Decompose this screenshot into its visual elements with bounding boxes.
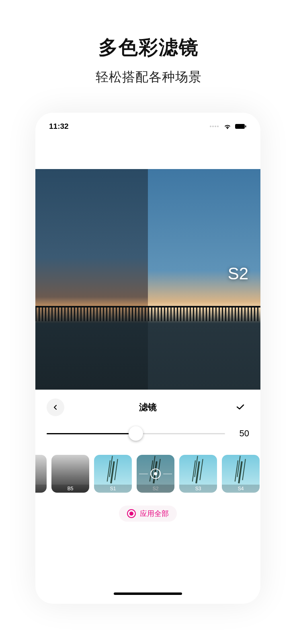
filter-label: S4 <box>222 485 260 493</box>
status-bar: 11:32 <box>35 113 260 135</box>
wifi-icon <box>223 124 231 129</box>
filter-selected-indicator <box>137 455 174 493</box>
image-preview[interactable]: S2 <box>35 169 260 390</box>
svg-rect-1 <box>245 126 246 128</box>
radio-selected-icon <box>127 509 136 518</box>
check-icon <box>236 405 244 410</box>
slider-thumb[interactable] <box>129 426 143 441</box>
status-icons <box>210 124 247 129</box>
intensity-slider[interactable] <box>47 429 225 438</box>
svg-rect-0 <box>235 124 245 129</box>
intensity-slider-row: 50 <box>35 425 260 447</box>
status-time: 11:32 <box>49 122 69 131</box>
phone-mockup: 11:32 S2 滤镜 <box>35 113 260 604</box>
slider-fill <box>47 433 136 434</box>
filter-label: B4 <box>35 485 47 493</box>
active-filter-label: S2 <box>228 264 248 283</box>
apply-all-label: 应用全部 <box>140 509 169 518</box>
home-indicator[interactable] <box>114 592 182 595</box>
filter-b4[interactable]: B4 <box>35 455 47 493</box>
filter-strip[interactable]: B4B5S1S2S3S4G <box>35 451 260 497</box>
apply-all-button[interactable]: 应用全部 <box>119 506 177 522</box>
confirm-button[interactable] <box>231 398 249 416</box>
page-subtitle: 轻松搭配各种场景 <box>0 68 297 86</box>
editor-header: 滤镜 <box>35 390 260 425</box>
page-title: 多色彩滤镜 <box>0 0 297 60</box>
filter-label: S1 <box>94 485 132 493</box>
filter-label: B5 <box>51 485 89 493</box>
filter-s1[interactable]: S1 <box>94 455 132 493</box>
battery-icon <box>235 124 247 129</box>
editor-title: 滤镜 <box>139 401 157 413</box>
chevron-left-icon <box>53 405 58 410</box>
filter-s4[interactable]: S4 <box>222 455 260 493</box>
signal-dots-icon <box>210 126 219 127</box>
filter-b5[interactable]: B5 <box>51 455 89 493</box>
slider-value: 50 <box>233 428 249 439</box>
back-button[interactable] <box>47 398 64 416</box>
preview-pier-deco <box>35 306 260 321</box>
filter-label: S3 <box>179 485 217 493</box>
preview-before <box>35 169 148 390</box>
filter-s2[interactable]: S2 <box>137 455 174 493</box>
filter-s3[interactable]: S3 <box>179 455 217 493</box>
